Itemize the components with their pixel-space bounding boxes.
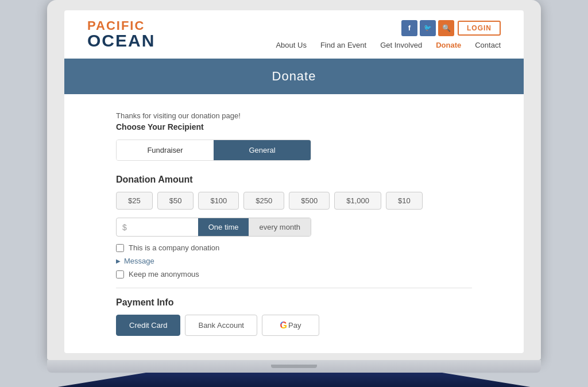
amount-50[interactable]: $50 (157, 192, 194, 210)
screen-bezel: PACIFIC OCEAN f 🐦 🔍 LOGIN About Us (47, 0, 541, 360)
one-time-button[interactable]: One time (198, 218, 249, 236)
laptop-frame: PACIFIC OCEAN f 🐦 🔍 LOGIN About Us (47, 0, 541, 387)
login-button[interactable]: LOGIN (458, 21, 501, 36)
company-donation-row: This is a company donation (116, 243, 472, 252)
laptop-notch (271, 365, 317, 368)
gpay-pay-label: Pay (288, 321, 301, 330)
company-donation-label[interactable]: This is a company donation (129, 243, 219, 252)
payment-section: Payment Info Credit Card Bank Account G … (116, 297, 472, 336)
donate-content: Thanks for visiting our donation page! C… (82, 106, 506, 353)
general-button[interactable]: General (214, 140, 311, 160)
section-divider (116, 288, 472, 288)
twitter-icon[interactable]: 🐦 (420, 20, 436, 36)
logo-ocean: OCEAN (87, 32, 155, 49)
amount-10[interactable]: $10 (386, 192, 423, 210)
nav-contact[interactable]: Contact (475, 41, 501, 49)
payment-buttons: Credit Card Bank Account G Pay (116, 315, 472, 336)
nav-donate[interactable]: Donate (436, 41, 461, 49)
frequency-toggle: One time every month (198, 218, 311, 236)
facebook-icon[interactable]: f (401, 20, 417, 36)
credit-card-button[interactable]: Credit Card (116, 315, 180, 336)
anonymous-checkbox[interactable] (116, 270, 124, 278)
bank-account-button[interactable]: Bank Account (185, 315, 257, 336)
amount-1000[interactable]: $1,000 (334, 192, 381, 210)
payment-info-label: Payment Info (116, 297, 472, 308)
amount-100[interactable]: $100 (198, 192, 239, 210)
search-icon[interactable]: 🔍 (438, 20, 454, 36)
header-icons: f 🐦 🔍 (401, 20, 454, 36)
choose-recipient-label: Choose Your Recipient (116, 122, 472, 131)
banner-title: Donate (272, 69, 316, 83)
message-label: Message (124, 257, 154, 265)
gpay-g-icon: G (280, 320, 287, 331)
header-right: f 🐦 🔍 LOGIN About Us Find an Event Get I… (276, 20, 501, 49)
anonymous-row: Keep me anonymous (116, 270, 472, 278)
nav-find-event[interactable]: Find an Event (320, 41, 366, 49)
company-donation-checkbox[interactable] (116, 244, 124, 252)
amount-250[interactable]: $250 (243, 192, 284, 210)
fundraiser-button[interactable]: Fundraiser (117, 140, 214, 160)
nav-about-us[interactable]: About Us (276, 41, 306, 49)
laptop-stand (47, 373, 541, 387)
amount-buttons: $25 $50 $100 $250 $500 $1,000 $10 (116, 192, 472, 210)
nav-get-involved[interactable]: Get Involved (380, 41, 422, 49)
donation-amount-label: Donation Amount (116, 175, 472, 185)
amount-input[interactable] (133, 218, 198, 236)
logo-pacific: PACIFIC (87, 20, 155, 32)
donation-amount-section: Donation Amount $25 $50 $100 $250 $500 $… (116, 175, 472, 278)
amount-500[interactable]: $500 (289, 192, 330, 210)
site-header: PACIFIC OCEAN f 🐦 🔍 LOGIN About Us (64, 10, 524, 59)
anonymous-label[interactable]: Keep me anonymous (129, 270, 199, 278)
logo: PACIFIC OCEAN (87, 20, 155, 49)
gpay-button[interactable]: G Pay (262, 315, 319, 336)
laptop-base (47, 360, 541, 373)
screen: PACIFIC OCEAN f 🐦 🔍 LOGIN About Us (64, 10, 524, 353)
recipient-buttons: Fundraiser General (116, 140, 311, 161)
site-nav: About Us Find an Event Get Involved Dona… (276, 41, 501, 49)
page-banner: Donate (64, 59, 524, 94)
every-month-button[interactable]: every month (249, 218, 311, 236)
dollar-sign: $ (117, 223, 133, 232)
amount-25[interactable]: $25 (116, 192, 153, 210)
message-chevron-icon: ▶ (116, 258, 121, 264)
thanks-text: Thanks for visiting our donation page! (116, 111, 472, 120)
message-toggle[interactable]: ▶ Message (116, 257, 472, 265)
